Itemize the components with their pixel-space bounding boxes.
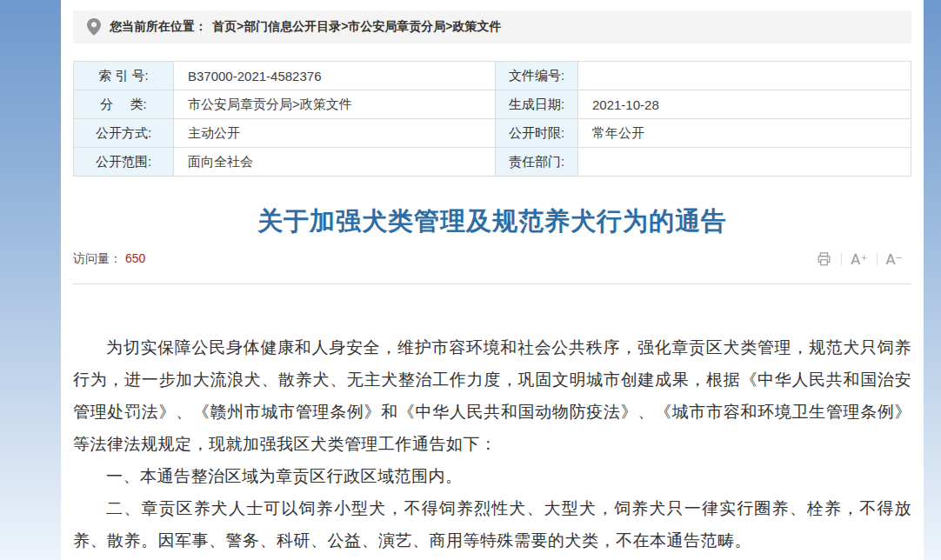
meta-value-disclosure-scope: 面向全社会 <box>174 148 496 177</box>
table-row: 索 引 号: B37000-2021-4582376 文件编号: <box>74 62 911 90</box>
visit-count: 访问量：650 <box>73 251 145 267</box>
page-title: 关于加强犬类管理及规范养犬行为的通告 <box>73 204 911 239</box>
meta-value-disclosure-method: 主动公开 <box>174 119 496 148</box>
article-paragraph: 二、章贡区养犬人士可以饲养小型犬，不得饲养烈性犬、大型犬，饲养犬只一律实行圈养、… <box>73 492 911 557</box>
article-body: 为切实保障公民身体健康和人身安全，维护市容环境和社会公共秩序，强化章贡区犬类管理… <box>73 331 911 560</box>
title-divider <box>73 283 911 284</box>
table-row: 公开方式: 主动公开 公开时限: 常年公开 <box>74 119 911 148</box>
breadcrumb: 您当前所在位置： 首页>部门信息公开目录>市公安局章贡分局>政策文件 <box>73 10 911 43</box>
meta-label-disclosure-scope: 公开范围: <box>74 148 174 177</box>
article-paragraph: 为切实保障公民身体健康和人身安全，维护市容环境和社会公共秩序，强化章贡区犬类管理… <box>73 331 911 460</box>
meta-label-category: 分 类: <box>74 90 174 119</box>
meta-label-disclosure-method: 公开方式: <box>74 119 174 148</box>
meta-label-disclosure-term: 公开时限: <box>496 119 578 148</box>
meta-value-file-no <box>578 62 911 90</box>
meta-value-category: 市公安局章贡分局>政策文件 <box>174 90 496 119</box>
document-meta-table: 索 引 号: B37000-2021-4582376 文件编号: 分 类: 市公… <box>73 61 911 177</box>
meta-value-responsible-dept <box>578 148 911 177</box>
meta-value-index-no: B37000-2021-4582376 <box>174 62 496 90</box>
location-pin-icon <box>87 18 101 36</box>
table-row: 分 类: 市公安局章贡分局>政策文件 生成日期: 2021-10-28 <box>74 90 911 119</box>
visit-count-value: 650 <box>125 251 145 265</box>
font-increase-button[interactable]: A⁺ <box>842 251 876 268</box>
content-panel: 您当前所在位置： 首页>部门信息公开目录>市公安局章贡分局>政策文件 索 引 号… <box>61 0 924 560</box>
font-decrease-button[interactable]: A⁻ <box>878 251 911 268</box>
breadcrumb-label: 您当前所在位置： <box>110 19 207 35</box>
meta-label-responsible-dept: 责任部门: <box>496 148 578 177</box>
meta-value-create-date: 2021-10-28 <box>578 90 911 119</box>
printer-icon <box>816 251 832 267</box>
article-paragraph: 一、本通告整治区域为章贡区行政区域范围内。 <box>73 460 911 492</box>
table-row: 公开范围: 面向全社会 责任部门: <box>74 148 911 177</box>
meta-label-create-date: 生成日期: <box>496 90 578 119</box>
print-button[interactable] <box>807 251 841 267</box>
meta-value-disclosure-term: 常年公开 <box>578 119 911 148</box>
article-paragraph: 三、犬只饲养人应当文明饲养犬只，不得虐待和遗弃犬只，饲养犬只干扰他人正常工作、生… <box>73 557 911 560</box>
breadcrumb-path[interactable]: 首页>部门信息公开目录>市公安局章贡分局>政策文件 <box>212 19 502 35</box>
article-toolbar: A⁺ A⁻ <box>807 251 911 268</box>
meta-label-index-no: 索 引 号: <box>74 62 174 90</box>
visit-count-label: 访问量： <box>73 251 122 265</box>
meta-label-file-no: 文件编号: <box>496 62 578 90</box>
